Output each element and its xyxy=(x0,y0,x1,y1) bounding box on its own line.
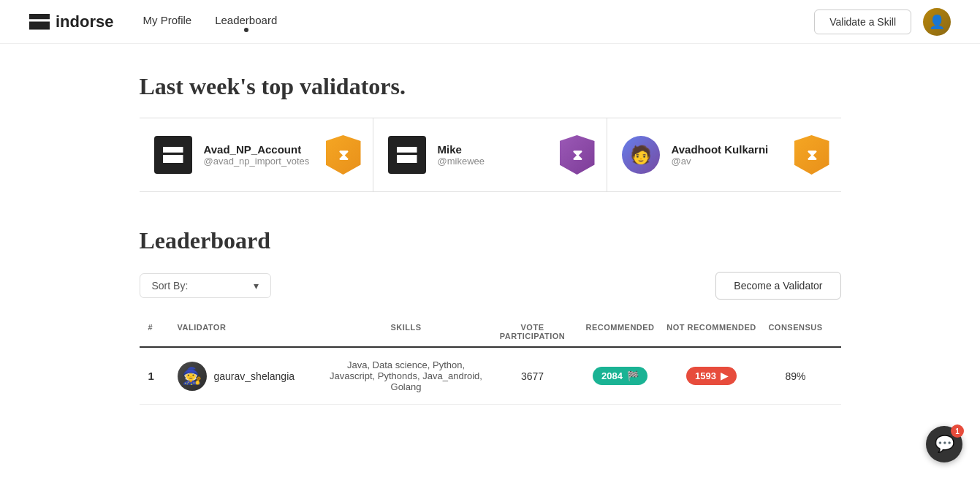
logo-icon xyxy=(29,14,50,30)
row-validator-name: gaurav_shelangia xyxy=(214,370,295,382)
chat-notification-badge: 1 xyxy=(951,424,964,434)
col-rank-header: # xyxy=(148,323,178,340)
indorse-logo-icon-2 xyxy=(397,147,417,163)
col-validator-header: VALIDATOR xyxy=(178,323,324,340)
validate-skill-button[interactable]: Validate a Skill xyxy=(814,9,911,34)
row-consensus: 89% xyxy=(759,370,832,382)
recommended-icon: 🏁 xyxy=(627,370,639,381)
col-skills-header: SKILLS xyxy=(324,323,489,340)
validator-avatar-1 xyxy=(154,136,192,174)
logo-text: indorse xyxy=(56,12,113,31)
third-place-badge: ⧗ xyxy=(794,135,829,175)
leaderboard-section: Leaderboard Sort By: ▾ Become a Validato… xyxy=(140,227,841,405)
validators-grid: Avad_NP_Account @avad_np_import_votes ⧗ … xyxy=(140,118,841,192)
leaderboard-title: Leaderboard xyxy=(140,227,841,254)
not-recommended-icon: ▶ xyxy=(721,370,728,381)
user-avatar[interactable]: 👤 xyxy=(923,8,951,36)
row-recommended-cell: 2084 🏁 xyxy=(577,367,664,385)
main-content: Last week's top validators. Avad_NP_Acco… xyxy=(125,44,856,434)
validator-avatar-photo-3: 🧑 xyxy=(622,136,660,174)
nav-right: Validate a Skill 👤 xyxy=(814,8,951,36)
col-not-recommended-header: NOT RECOMMENDED xyxy=(664,323,759,340)
logo[interactable]: indorse xyxy=(29,12,113,31)
chat-bubble[interactable]: 💬 1 xyxy=(926,426,962,434)
row-rank: 1 xyxy=(148,370,178,382)
leaderboard-table: # VALIDATOR SKILLS VOTE PARTICIPATION RE… xyxy=(140,317,841,405)
row-vote-participation: 3677 xyxy=(489,370,577,382)
table-header: # VALIDATOR SKILLS VOTE PARTICIPATION RE… xyxy=(140,317,841,348)
col-recommended-header: RECOMMENDED xyxy=(577,323,664,340)
hourglass-icon-2: ⧗ xyxy=(572,147,582,164)
validator-avatar-3: 🧑 xyxy=(622,136,660,174)
validator-card-3[interactable]: 🧑 Avadhoot Kulkarni @av ⧗ xyxy=(607,118,841,191)
top-validators-title: Last week's top validators. xyxy=(140,73,841,100)
row-skills: Java, Data science, Python, Javascript, … xyxy=(324,359,489,392)
table-row: 1 🧙 gaurav_shelangia Java, Data science,… xyxy=(140,348,841,405)
col-vote-header: VOTE PARTICIPATION xyxy=(489,323,577,340)
rank-badge-3: ⧗ xyxy=(794,135,829,175)
row-avatar-img: 🧙 xyxy=(178,362,207,391)
row-validator-cell: 🧙 gaurav_shelangia xyxy=(178,362,324,391)
row-validator-avatar: 🧙 xyxy=(178,362,207,391)
sort-chevron-icon: ▾ xyxy=(254,280,259,292)
nav-leaderboard[interactable]: Leaderboard xyxy=(215,14,277,29)
rank-badge-2: ⧗ xyxy=(560,135,595,175)
validator-card-1[interactable]: Avad_NP_Account @avad_np_import_votes ⧗ xyxy=(140,118,373,191)
indorse-logo-icon-1 xyxy=(163,147,183,163)
validator-avatar-2 xyxy=(388,136,426,174)
hourglass-icon-3: ⧗ xyxy=(807,147,817,164)
top-validators-section: Last week's top validators. Avad_NP_Acco… xyxy=(140,73,841,192)
row-not-recommended-cell: 1593 ▶ xyxy=(664,367,759,385)
recommended-badge: 2084 🏁 xyxy=(593,367,647,385)
nav-my-profile[interactable]: My Profile xyxy=(143,14,191,29)
col-consensus-header: CONSENSUS xyxy=(759,323,832,340)
second-place-badge: ⧗ xyxy=(560,135,595,175)
validator-card-2[interactable]: Mike @mikewee ⧗ xyxy=(373,118,607,191)
rank-badge-1: ⧗ xyxy=(326,135,361,175)
sort-dropdown[interactable]: Sort By: ▾ xyxy=(140,273,271,298)
first-place-badge: ⧗ xyxy=(326,135,361,175)
hourglass-icon-1: ⧗ xyxy=(338,147,349,164)
become-validator-button[interactable]: Become a Validator xyxy=(715,272,840,300)
nav-links: My Profile Leaderboard xyxy=(143,14,277,29)
recommended-count: 2084 xyxy=(601,370,623,381)
not-recommended-count: 1593 xyxy=(695,370,716,381)
navbar: indorse My Profile Leaderboard Validate … xyxy=(0,0,980,44)
user-avatar-placeholder: 👤 xyxy=(923,8,951,36)
not-recommended-badge: 1593 ▶ xyxy=(686,367,737,385)
leaderboard-controls: Sort By: ▾ Become a Validator xyxy=(140,272,841,300)
sort-label: Sort By: xyxy=(152,280,189,292)
